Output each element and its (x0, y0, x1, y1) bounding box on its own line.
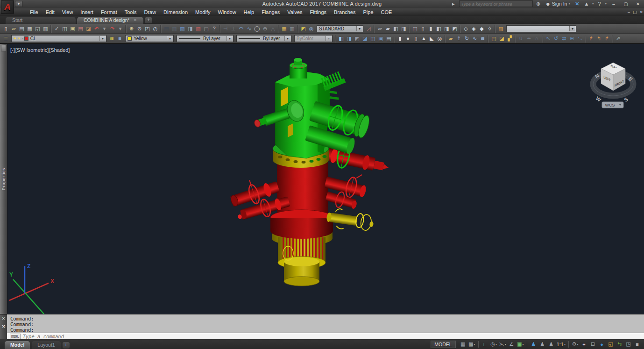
markup-set-manager-icon[interactable]: ▧ (194, 25, 202, 33)
revolve-icon[interactable]: ↻ (463, 35, 471, 43)
menu-view[interactable]: View (58, 8, 77, 16)
layer-freeze-icon[interactable]: ◫ (369, 35, 377, 43)
layer-properties-manager-icon[interactable]: ≣ (2, 35, 10, 43)
visual-style-realistic-icon[interactable]: ◆ (478, 25, 486, 33)
layer-off-icon[interactable]: ▣ (377, 35, 385, 43)
layer-match-icon[interactable]: ◨ (345, 35, 353, 43)
menu-pipe[interactable]: Pipe (360, 8, 377, 16)
ungroup-icon[interactable]: ▰ (384, 25, 392, 33)
model-space-viewport[interactable]: Properties [-] [SW Isometric] [Shaded] (0, 43, 644, 314)
zoom-realtime-icon[interactable]: ⊙ (135, 25, 143, 33)
publish-icon[interactable]: ▥ (42, 25, 50, 33)
design-center-icon[interactable]: ▥ (170, 25, 178, 33)
properties-palette-collapsed[interactable]: Properties (0, 44, 7, 314)
customization-menu-icon[interactable]: ≡ (633, 340, 641, 348)
spline-icon[interactable]: ∿ (245, 25, 253, 33)
command-input[interactable] (22, 334, 644, 339)
customization-plus-icon[interactable]: + (580, 340, 588, 348)
geometric-constraint-icon[interactable]: ⊥ (229, 25, 237, 33)
lineweight-combo[interactable]: ByLayer ▼ (236, 35, 291, 42)
circle-icon[interactable]: ◯ (253, 25, 261, 33)
search-input[interactable] (461, 1, 531, 7)
zoom-previous-icon[interactable]: ◴ (151, 25, 159, 33)
save-as-icon[interactable]: ▤ (77, 25, 85, 33)
combo-arrow-icon[interactable]: ▼ (569, 26, 575, 31)
viewcube[interactable]: N E S W TOP LEFT FRONT WCS (590, 54, 638, 110)
group-icon[interactable]: ▱ (376, 25, 384, 33)
doc-restore-icon[interactable]: ▢ (633, 10, 637, 14)
polygon-icon[interactable]: △ (269, 25, 277, 33)
quick-properties-icon[interactable]: ◩ (299, 25, 307, 33)
new-layout-button[interactable]: + (63, 342, 70, 349)
named-view-3-icon[interactable]: ▮ (427, 25, 435, 33)
slice-icon[interactable]: ◪ (498, 35, 506, 43)
menu-fittings[interactable]: Fittings (306, 8, 330, 16)
search-icon[interactable]: ⊚ (535, 1, 542, 7)
polar-tracking-icon[interactable]: ◷▾ (490, 340, 498, 348)
autocad-logo-icon[interactable]: A (1, 0, 14, 14)
close-button[interactable]: ✕ (633, 1, 643, 7)
menu-edit[interactable]: Edit (42, 8, 58, 16)
doc-close-icon[interactable]: ✕ (639, 10, 643, 14)
new-icon[interactable]: ▯ (2, 25, 10, 33)
table-icon[interactable]: ▦ (280, 25, 288, 33)
make-layer-current-icon[interactable]: ◧ (337, 35, 345, 43)
3d-mirror-icon[interactable]: ⇋ (576, 35, 584, 43)
block-editor-icon[interactable]: ▢ (202, 25, 210, 33)
menu-coe[interactable]: COE (377, 8, 396, 16)
sweep-icon[interactable]: ∿ (471, 35, 479, 43)
tab-model[interactable]: Model (5, 341, 30, 349)
a360-dropdown-icon[interactable]: ▾ (592, 2, 594, 6)
menu-window[interactable]: Window (214, 8, 240, 16)
tab-start[interactable]: Start (6, 17, 76, 24)
graphics-performance-icon[interactable]: ● (598, 340, 606, 348)
cylinder-icon[interactable]: ▯ (412, 35, 420, 43)
visual-style-conceptual-icon[interactable]: ◊ (486, 25, 494, 33)
workspace-combo[interactable]: ▼ (506, 25, 576, 32)
menu-branches[interactable]: Branches (330, 8, 359, 16)
menu-dimension[interactable]: Dimension (160, 8, 191, 16)
tab-close-icon[interactable]: ✕ (134, 17, 137, 24)
paste-clip-icon[interactable]: ▣ (69, 25, 77, 33)
match-properties-icon[interactable]: ◪ (85, 25, 92, 33)
layer-on-icon[interactable]: ● (14, 36, 16, 41)
named-view-2-icon[interactable]: ▯ (419, 25, 427, 33)
keyboard-icon[interactable]: ⌨▾ (10, 334, 21, 339)
menu-help[interactable]: Help (240, 8, 258, 16)
ortho-mode-icon[interactable]: ∟ (481, 340, 489, 348)
wedge-icon[interactable]: ◣ (428, 35, 436, 43)
visual-style-2dwireframe-icon[interactable]: ◇ (462, 25, 470, 33)
new-drawing-tab-button[interactable]: + (145, 17, 152, 23)
palette-grip[interactable] (1, 45, 6, 51)
group-edit-icon[interactable]: ◧ (392, 25, 400, 33)
loft-icon[interactable]: ≋ (479, 35, 487, 43)
sphere-icon[interactable]: ● (404, 35, 412, 43)
a360-icon[interactable]: ▲ (583, 1, 590, 7)
layer-lock-icon[interactable]: ▤ (385, 35, 393, 43)
layer-walk-icon[interactable]: ≡ (116, 35, 124, 43)
box-icon[interactable]: ▮ (396, 35, 404, 43)
exchange-apps-icon[interactable]: ✕ (573, 1, 581, 7)
object-snap-icon[interactable]: ▣▾ (517, 340, 524, 348)
plot-icon[interactable]: ▦ (26, 25, 34, 33)
3d-align-icon[interactable]: ⇄ (560, 35, 568, 43)
minimize-button[interactable]: – (609, 1, 619, 7)
tool-properties-icon[interactable]: ▨ (497, 25, 505, 33)
plot-preview-icon[interactable]: ◱ (34, 25, 42, 33)
combo-arrow-icon[interactable]: ▼ (99, 36, 106, 41)
group-bounding-icon[interactable]: ◨ (400, 25, 408, 33)
annotation-scale-icon[interactable]: ♟ (547, 340, 555, 348)
3d-move-icon[interactable]: ↖ (544, 35, 552, 43)
menu-valves[interactable]: Valves (283, 8, 306, 16)
menu-modify[interactable]: Modify (191, 8, 214, 16)
polysolid-icon[interactable]: ▰ (447, 35, 455, 43)
menu-tools[interactable]: Tools (121, 8, 141, 16)
menu-file[interactable]: File (26, 8, 42, 16)
combo-arrow-icon[interactable]: ▼ (226, 36, 233, 41)
layer-isolate-icon[interactable]: ◪ (361, 35, 369, 43)
linetype-combo[interactable]: ByLayer ▼ (177, 35, 234, 42)
help-dropdown-icon[interactable]: ▾ (605, 2, 607, 6)
extract-edges-icon[interactable]: ↱ (587, 35, 595, 43)
layer-previous-icon[interactable]: ◩ (353, 35, 361, 43)
quick-access-dropdown-icon[interactable]: ▾ (15, 1, 22, 7)
